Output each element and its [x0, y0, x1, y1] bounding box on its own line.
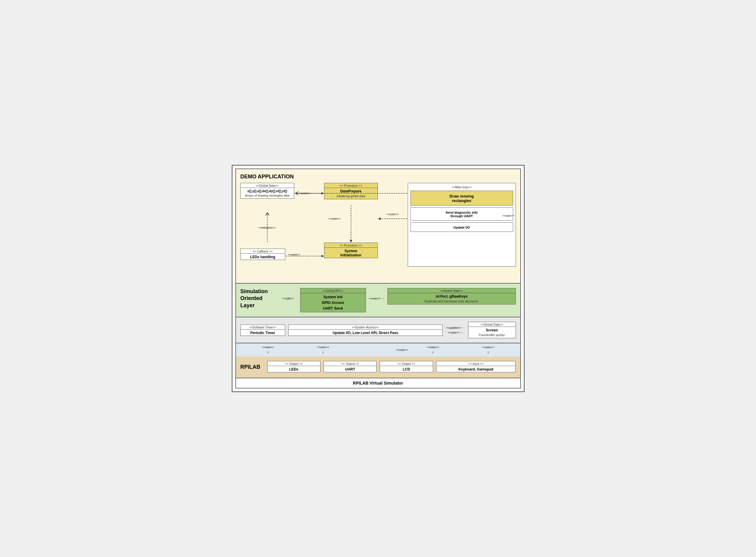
keyboard-name: Keyboard, Gamepad [436, 366, 516, 372]
diagram-wrapper: DEMO APPLICATION <<Global Data>> x[],y[]… [232, 165, 524, 392]
conn-uses-2: <<uses>> ↓ [317, 346, 329, 354]
uses-arrow-1: <<uses>> [299, 192, 311, 195]
uses-arrow-5: <<uses>> [502, 214, 514, 217]
hw-layer: <<Software Timer>> Periodic Timer <<Syst… [235, 317, 521, 343]
timer-stereotype: <<Software Timer>> [241, 325, 285, 329]
lcd-name: LCD [380, 366, 432, 372]
connector-row: <<uses>> ↓ <<uses>> ↓ <<uses>> <<uses>> … [235, 343, 521, 356]
system-access-box: <<System Access>> Update I/O, Low Level … [288, 324, 443, 336]
hw-uses-label: <<uses>> [448, 331, 460, 334]
send-diag-name: Send diagnostic info through UART [413, 209, 511, 218]
dataprepare-stereotype: << Procedure >> [324, 183, 377, 188]
keyboard-stereotype: << Input >> [436, 361, 516, 366]
global-data-box: <<Global Data>> x[],y[],s[],dx[],dy[],xt… [240, 183, 294, 199]
joyact-stereotype: <<Global Data>> [388, 288, 516, 293]
uart-stereotype: << Output >> [324, 361, 376, 366]
dataprepare-desc: Initializing global data [324, 194, 377, 199]
updates-uses-labels: <<updates>> → <<uses>> → [446, 326, 465, 334]
conn-uses-top: <<uses>> [396, 348, 408, 351]
calls-text: <<calls>> [282, 297, 294, 300]
keyboard-box: << Input >> Keyboard, Gamepad [436, 361, 516, 372]
update-io-name: Update I/O [413, 225, 511, 230]
lcd-box: << Output >> LCD [380, 361, 433, 372]
conn-uses-1: <<uses>> ↓ [262, 346, 274, 354]
system-init-box: << Procedure >> System Initialisation [324, 243, 378, 258]
update-io-box: Update I/O [411, 222, 513, 232]
rpilab-title: RPILAB [240, 364, 264, 370]
system-init-stereotype: << Procedure >> [324, 243, 377, 247]
screen-box: <<Global Data>> Screen Framebuffer point… [468, 322, 516, 338]
conn-uses-4: <<uses>> ↓ [482, 346, 494, 354]
updates-label: <<updates>> [446, 326, 461, 329]
callback-box: << Callback >> LEDs handling [240, 248, 285, 260]
lcd-stereotype: << Output >> [380, 361, 432, 366]
calls-label: <<calls>> [279, 288, 297, 300]
leds-box: << Output >> LEDs [267, 361, 321, 372]
sim-uses-label: <<uses>> → [369, 288, 385, 300]
global-data-desc: Arrays of drawing rectangles data [241, 193, 294, 198]
sys-access-name: Update I/O, Low Level API, Direct Pass [289, 330, 443, 335]
bottom-label: RPILAB Virtual Simulator [235, 378, 521, 388]
initializes-arrow: <<initializes>> [259, 226, 276, 229]
conn-uses-3: <<uses>> ↓ [427, 346, 439, 354]
global-data-name: x[],y[],s[],dx[],dy[],xt[],yt[] [241, 188, 294, 193]
system-init-name: System Initialisation [324, 248, 377, 258]
joyact-desc: Keyboard and Gamepad state structures [388, 299, 516, 304]
uses-arrow-2: <<uses>> [387, 213, 399, 216]
screen-stereotype: <<Global Data>> [468, 322, 516, 327]
joyact-name: JoYAct, gRawKeys [388, 293, 516, 299]
leds-stereotype: << Output >> [268, 361, 320, 366]
timer-name: Periodic Timer [241, 330, 285, 335]
rpilab-layer: RPILAB << Output >> LEDs << Output >> UA… [235, 356, 521, 378]
callback-name: LEDs handling [241, 254, 285, 260]
demo-title: DEMO APPLICATION [240, 174, 516, 180]
leds-name: LEDs [268, 366, 320, 372]
global-api-box: <<Global API>> System Init GPIO Access U… [300, 288, 366, 313]
joyact-box: <<Global Data>> JoYAct, gRawKeys Keyboar… [387, 288, 516, 304]
timer-box: <<Software Timer>> Periodic Timer [240, 324, 285, 336]
sys-access-stereotype: <<System Access>> [289, 325, 443, 329]
uses-arrow-4: <<uses>> [288, 253, 300, 256]
uart-name: UART [324, 366, 376, 372]
dataprepare-name: DataPrepare [324, 188, 377, 194]
sim-title: Simulation Oriented Layer [240, 288, 276, 309]
global-api-stereotype: <<Global API>> [301, 288, 366, 293]
main-loop-stereotype: <<Main loop>> [411, 185, 513, 189]
uses-arrow-3: <<uses>> [329, 217, 340, 220]
dataprepare-box: << Procedure >> DataPrepare Initializing… [324, 183, 378, 199]
screen-desc: Framebuffer pointer [468, 333, 516, 338]
uart-box: << Output >> UART [324, 361, 377, 372]
sim-layer: Simulation Oriented Layer <<calls>> <<Gl… [235, 284, 521, 318]
global-api-name: System Init GPIO Access UART Send [301, 293, 366, 312]
send-diag-box: Send diagnostic info through UART [411, 207, 513, 221]
draw-rect-box: Draw moving rectangles [411, 190, 513, 206]
draw-rect-name: Draw moving rectangles [413, 193, 511, 204]
main-loop-box: <<Main loop>> Draw moving rectangles Sen… [408, 183, 516, 267]
callback-stereotype: << Callback >> [241, 249, 285, 254]
screen-name: Screen [468, 327, 516, 333]
demo-layer: DEMO APPLICATION <<Global Data>> x[],y[]… [235, 169, 521, 284]
global-data-stereotype: <<Global Data>> [241, 183, 294, 188]
